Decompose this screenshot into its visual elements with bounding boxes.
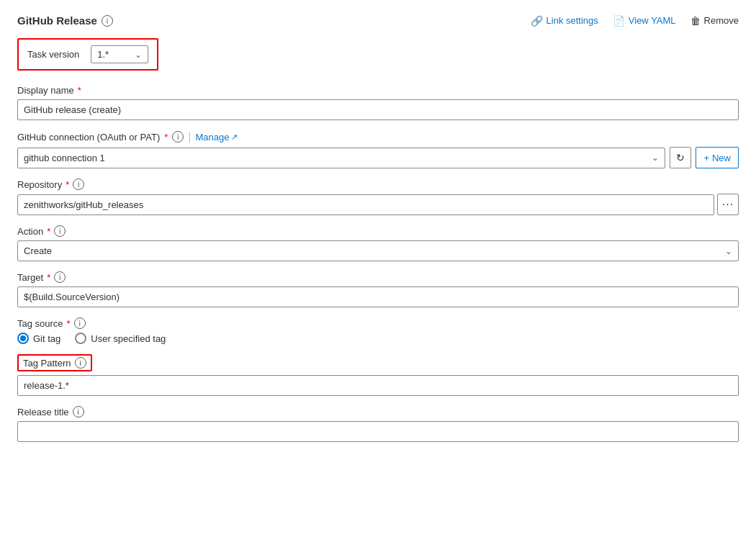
- title-info-icon[interactable]: i: [102, 15, 113, 27]
- github-connection-select[interactable]: github connection 1 ⌄: [17, 148, 665, 168]
- display-name-required: *: [78, 85, 81, 96]
- repository-input-row: ···: [17, 194, 739, 215]
- target-info-icon[interactable]: i: [54, 271, 66, 283]
- user-specified-tag-radio[interactable]: User specified tag: [75, 333, 166, 344]
- repository-label: Repository: [17, 179, 62, 190]
- tag-source-label-row: Tag source * i: [17, 317, 739, 329]
- repository-info-icon[interactable]: i: [73, 179, 84, 190]
- github-connection-dropdown-row: github connection 1 ⌄ ↻ + New: [17, 147, 739, 168]
- action-label-row: Action * i: [17, 225, 739, 237]
- release-title-input[interactable]: [17, 421, 739, 442]
- plus-icon: +: [703, 153, 709, 163]
- action-chevron-icon: ⌄: [725, 246, 732, 256]
- target-input[interactable]: [17, 286, 739, 307]
- task-version-label: Task version: [27, 49, 79, 60]
- new-button-label: New: [712, 153, 731, 163]
- action-info-icon[interactable]: i: [54, 225, 66, 237]
- task-version-select[interactable]: 1.* ⌄: [91, 45, 148, 63]
- view-yaml-icon: 📄: [613, 15, 625, 27]
- display-name-label: Display name: [17, 85, 74, 96]
- tag-source-radio-group: Git tag User specified tag: [17, 333, 739, 344]
- target-label: Target: [17, 272, 43, 283]
- github-connection-info-icon[interactable]: i: [172, 131, 184, 143]
- tag-pattern-input[interactable]: [17, 375, 739, 396]
- github-connection-label: GitHub connection (OAuth or PAT): [17, 132, 160, 143]
- tag-source-group: Tag source * i Git tag User specified ta…: [17, 317, 739, 344]
- release-title-info-icon[interactable]: i: [73, 406, 84, 418]
- remove-button[interactable]: 🗑 Remove: [690, 15, 739, 27]
- target-required: *: [47, 272, 50, 283]
- tag-pattern-label-box: Tag Pattern i: [17, 354, 92, 371]
- repository-required: *: [66, 179, 69, 190]
- task-version-value: 1.*: [97, 49, 109, 60]
- github-connection-value: github connection 1: [24, 153, 105, 163]
- refresh-connection-button[interactable]: ↻: [670, 147, 691, 168]
- tag-source-label: Tag source: [17, 318, 63, 329]
- action-select[interactable]: Create ⌄: [17, 240, 739, 261]
- link-settings-icon: 🔗: [531, 15, 543, 27]
- top-bar: GitHub Release i 🔗 Link settings 📄 View …: [17, 14, 739, 27]
- new-connection-button[interactable]: + New: [696, 147, 739, 168]
- user-specified-tag-label: User specified tag: [91, 333, 166, 344]
- refresh-icon: ↻: [676, 152, 685, 163]
- action-required: *: [47, 226, 50, 237]
- top-bar-left: GitHub Release i: [17, 14, 113, 27]
- manage-link[interactable]: Manage ↗: [195, 132, 238, 143]
- release-title-label: Release title: [17, 407, 69, 418]
- repository-group: Repository * i ···: [17, 179, 739, 215]
- tag-source-required: *: [67, 318, 71, 329]
- connection-separator: |: [188, 130, 191, 143]
- git-tag-radio[interactable]: Git tag: [17, 333, 60, 344]
- tag-pattern-label-container: Tag Pattern i: [17, 354, 739, 371]
- display-name-input[interactable]: [17, 99, 739, 120]
- top-bar-right: 🔗 Link settings 📄 View YAML 🗑 Remove: [531, 15, 739, 27]
- task-version-box: Task version 1.* ⌄: [17, 38, 158, 71]
- tag-pattern-label: Tag Pattern: [23, 358, 71, 369]
- task-version-chevron-icon: ⌄: [135, 50, 142, 60]
- github-connection-required: *: [164, 132, 168, 143]
- github-connection-chevron-icon: ⌄: [652, 153, 659, 163]
- release-title-label-row: Release title i: [17, 406, 739, 418]
- action-value: Create: [24, 245, 52, 256]
- remove-icon: 🗑: [690, 15, 701, 27]
- tag-source-info-icon[interactable]: i: [74, 317, 86, 329]
- action-label: Action: [17, 226, 43, 237]
- github-connection-label-row: GitHub connection (OAuth or PAT) * i | M…: [17, 130, 739, 143]
- github-connection-group: GitHub connection (OAuth or PAT) * i | M…: [17, 130, 739, 168]
- display-name-label-row: Display name *: [17, 85, 739, 96]
- action-group: Action * i Create ⌄: [17, 225, 739, 261]
- repository-input[interactable]: [17, 194, 714, 215]
- release-title-group: Release title i: [17, 406, 739, 442]
- github-release-page: GitHub Release i 🔗 Link settings 📄 View …: [0, 0, 756, 537]
- page-title: GitHub Release: [17, 14, 97, 27]
- target-label-row: Target * i: [17, 271, 739, 283]
- tag-pattern-info-icon[interactable]: i: [75, 357, 86, 369]
- repository-label-row: Repository * i: [17, 179, 739, 190]
- git-tag-radio-circle: [17, 333, 29, 344]
- repository-ellipsis-button[interactable]: ···: [717, 194, 739, 215]
- link-settings-button[interactable]: 🔗 Link settings: [531, 15, 598, 27]
- git-tag-label: Git tag: [33, 333, 60, 344]
- target-group: Target * i: [17, 271, 739, 307]
- user-specified-tag-radio-circle: [75, 333, 86, 344]
- tag-pattern-group: Tag Pattern i: [17, 354, 739, 396]
- view-yaml-button[interactable]: 📄 View YAML: [613, 15, 676, 27]
- ellipsis-icon: ···: [722, 198, 734, 211]
- manage-external-icon: ↗: [231, 132, 238, 142]
- display-name-group: Display name *: [17, 85, 739, 120]
